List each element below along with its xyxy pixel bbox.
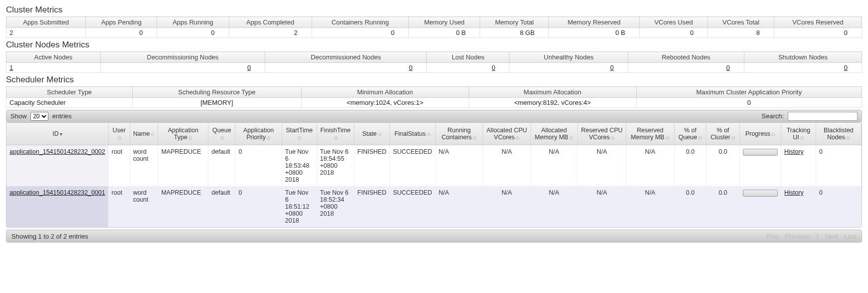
col-progress[interactable]: Progress◇	[739, 123, 781, 145]
link-lost-nodes[interactable]: 0	[492, 64, 495, 71]
cell-res-mem: N/A	[626, 145, 674, 187]
sort-icon: ◇	[378, 131, 382, 137]
col-tracking[interactable]: Tracking UI◇	[781, 123, 816, 145]
th-lost-nodes: Lost Nodes	[427, 52, 510, 63]
th-scheduler-type: Scheduler Type	[6, 87, 133, 98]
val-vcores-used: 0	[639, 28, 707, 38]
col-res-vcores[interactable]: Reserved CPU VCores◇	[577, 123, 626, 145]
cell-start: Tue Nov 6 18:51:12 +0800 2018	[282, 186, 317, 227]
sort-icon: ◇	[516, 135, 520, 140]
app-id-link[interactable]: application_1541501428232_0001	[9, 189, 105, 196]
progress-bar	[743, 190, 778, 197]
col-name[interactable]: Name◇	[130, 123, 158, 145]
sort-icon: ◇	[334, 135, 338, 140]
datatable-toolbar: Show 20 entries Search:	[6, 110, 862, 123]
th-memory-used: Memory Used	[409, 17, 480, 28]
col-alloc-mem[interactable]: Allocated Memory MB◇	[530, 123, 577, 145]
col-pct-queue[interactable]: % of Queue◇	[674, 123, 706, 145]
val-decommissioning-nodes[interactable]: 0	[100, 63, 265, 73]
col-app-type[interactable]: Application Type◇	[158, 123, 208, 145]
tracking-link[interactable]: History	[784, 148, 804, 155]
cell-queue: default	[208, 145, 235, 187]
val-max-allocation: <memory:8192, vCores:4>	[469, 98, 636, 108]
sort-icon: ◇	[611, 135, 615, 140]
val-memory-reserved: 0 B	[549, 28, 639, 38]
cell-type: MAPREDUCE	[158, 186, 208, 227]
val-apps-completed: 2	[229, 28, 312, 38]
val-shutdown-nodes[interactable]: 0	[744, 63, 862, 73]
cell-pct-queue: 0.0	[674, 186, 706, 227]
applications-table: ID▾ User◇ Name◇ Application Type◇ Queue◇…	[6, 123, 862, 227]
sort-icon: ◇	[473, 135, 477, 140]
search-input[interactable]	[788, 112, 858, 121]
col-finalstatus[interactable]: FinalStatus◇	[390, 123, 436, 145]
pager-last[interactable]: Last	[844, 233, 857, 240]
col-pct-cluster[interactable]: % of Cluster◇	[706, 123, 740, 145]
val-active-nodes[interactable]: 1	[6, 63, 101, 73]
val-vcores-reserved: 0	[774, 28, 862, 38]
sort-desc-icon: ▾	[60, 131, 62, 137]
link-unhealthy-nodes[interactable]: 0	[610, 64, 614, 71]
val-memory-used: 0 B	[409, 28, 480, 38]
col-state[interactable]: State◇	[354, 123, 389, 145]
link-active-nodes[interactable]: 1	[9, 64, 13, 71]
th-unhealthy-nodes: Unhealthy Nodes	[510, 52, 628, 63]
cell-res-mem: N/A	[626, 186, 674, 227]
col-queue[interactable]: Queue◇	[208, 123, 235, 145]
link-decommissioned-nodes[interactable]: 0	[409, 64, 412, 71]
th-apps-submitted: Apps Submitted	[6, 17, 86, 28]
pager-page[interactable]: 1	[816, 233, 819, 240]
cell-pct-cluster: 0.0	[706, 145, 740, 187]
page-size-select[interactable]: 20	[30, 112, 48, 121]
link-rebooted-nodes[interactable]: 0	[726, 64, 730, 71]
app-id-link[interactable]: application_1541501428232_0002	[9, 148, 105, 155]
val-containers-running: 0	[312, 28, 409, 38]
col-user[interactable]: User◇	[108, 123, 130, 145]
pager-first[interactable]: First	[766, 233, 779, 240]
col-running-containers[interactable]: Running Containers◇	[435, 123, 483, 145]
cell-name: word count	[130, 186, 158, 227]
datatable-pager: First Previous 1 Next Last	[762, 233, 857, 240]
cell-priority: 0	[235, 145, 282, 187]
th-max-priority: Maximum Cluster Application Priority	[636, 87, 862, 98]
cell-alloc-vcores: N/A	[483, 186, 531, 227]
val-unhealthy-nodes[interactable]: 0	[510, 63, 628, 73]
sort-icon: ◇	[731, 135, 735, 140]
cell-alloc-mem: N/A	[530, 145, 577, 187]
link-decommissioning-nodes[interactable]: 0	[247, 64, 251, 71]
col-starttime[interactable]: StartTime◇	[282, 123, 317, 145]
val-min-allocation: <memory:1024, vCores:1>	[301, 98, 469, 108]
pager-next[interactable]: Next	[825, 233, 839, 240]
sort-icon: ◇	[846, 135, 850, 140]
cell-user: root	[108, 145, 130, 187]
th-shutdown-nodes: Shutdown Nodes	[744, 52, 862, 63]
cell-res-vcores: N/A	[577, 145, 626, 187]
page-size-label: Show 20 entries	[10, 112, 72, 121]
col-res-mem[interactable]: Reserved Memory MB◇	[626, 123, 674, 145]
tracking-link[interactable]: History	[784, 189, 804, 196]
cluster-nodes-title: Cluster Nodes Metrics	[6, 40, 862, 50]
col-priority[interactable]: Application Priority◇	[235, 123, 282, 145]
th-vcores-reserved: VCores Reserved	[774, 17, 862, 28]
val-lost-nodes[interactable]: 0	[427, 63, 510, 73]
col-id[interactable]: ID▾	[6, 123, 108, 145]
cell-alloc-vcores: N/A	[483, 145, 531, 187]
datatable-info: Showing 1 to 2 of 2 entries	[11, 233, 88, 240]
pager-prev[interactable]: Previous	[785, 233, 810, 240]
val-apps-submitted: 2	[6, 28, 86, 38]
val-decommissioned-nodes[interactable]: 0	[265, 63, 427, 73]
sort-icon: ◇	[800, 135, 804, 140]
cell-state: FINISHED	[354, 145, 389, 187]
cell-start: Tue Nov 6 18:53:48 +0800 2018	[282, 145, 317, 187]
th-active-nodes: Active Nodes	[6, 52, 101, 63]
th-decommissioning-nodes: Decommissioning Nodes	[100, 52, 265, 63]
val-rebooted-nodes[interactable]: 0	[628, 63, 744, 73]
cell-finish: Tue Nov 6 18:54:55 +0800 2018	[317, 145, 354, 187]
val-memory-total: 8 GB	[480, 28, 549, 38]
link-shutdown-nodes[interactable]: 0	[844, 64, 848, 71]
cell-blacklisted: 0	[816, 186, 861, 227]
val-max-priority: 0	[636, 98, 862, 108]
col-blacklisted[interactable]: Blacklisted Nodes◇	[816, 123, 861, 145]
col-alloc-vcores[interactable]: Allocated CPU VCores◇	[483, 123, 531, 145]
col-finishtime[interactable]: FinishTime◇	[317, 123, 354, 145]
